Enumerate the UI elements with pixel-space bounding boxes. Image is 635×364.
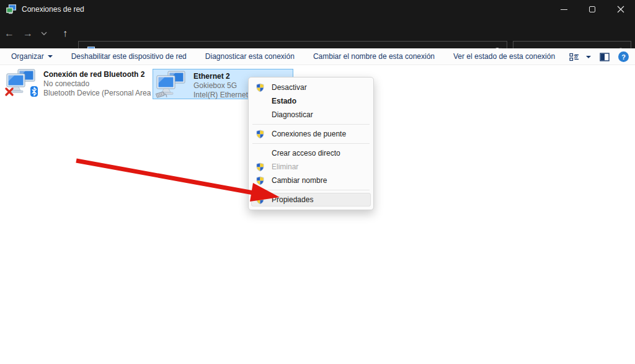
maximize-button[interactable] [578, 0, 606, 19]
navigation-row: ← → ↑ › Panel de control › Redes e Inter… [0, 19, 635, 48]
organize-menu-button[interactable]: Organizar [11, 52, 53, 61]
uac-shield-icon [255, 162, 265, 172]
uac-shield-icon [255, 176, 265, 185]
window-chrome: Conexiones de red ← → ↑ › Panel de contr… [0, 0, 635, 48]
menu-item-estado[interactable]: Estado [251, 94, 371, 108]
view-status-button[interactable]: Ver el estado de esta conexión [453, 52, 555, 61]
connection-status: No conectado [43, 79, 159, 89]
close-icon [617, 6, 624, 13]
connection-item-bluetooth[interactable]: Conexión de red Bluetooth 2 No conectado… [6, 69, 150, 101]
menu-item-crear-acceso-directo[interactable]: Crear acceso directo [251, 146, 371, 160]
connection-name: Conexión de red Bluetooth 2 [43, 70, 159, 79]
uac-shield-icon [255, 195, 265, 205]
up-button[interactable]: ↑ [56, 23, 74, 44]
menu-item-conexiones-de-puente[interactable]: Conexiones de puente [251, 127, 371, 141]
menu-item-desactivar[interactable]: Desactivar [251, 81, 371, 94]
command-bar: Organizar Deshabilitar este dispositivo … [0, 48, 635, 65]
menu-item-diagnosticar[interactable]: Diagnosticar [251, 108, 371, 122]
menu-item-eliminar-disabled: Eliminar [251, 160, 371, 174]
minimize-button[interactable] [549, 0, 578, 19]
help-button[interactable]: ? [618, 51, 629, 62]
menu-separator [252, 143, 370, 144]
uac-shield-icon [255, 83, 265, 92]
preview-pane-button[interactable] [600, 53, 610, 61]
maximize-icon [589, 6, 595, 12]
chevron-down-icon [41, 32, 47, 35]
app-icon [6, 4, 16, 14]
window-title: Conexiones de red [22, 5, 84, 14]
menu-separator [252, 190, 370, 190]
minimize-icon [561, 9, 567, 10]
bluetooth-icon [30, 86, 38, 97]
ethernet-plug-icon [155, 91, 167, 99]
change-view-button[interactable] [569, 53, 591, 61]
connection-device: Bluetooth Device (Personal Area ... [43, 89, 159, 98]
menu-item-propiedades[interactable]: Propiedades [251, 193, 371, 206]
caret-down-icon [48, 55, 53, 58]
organize-label: Organizar [11, 52, 44, 61]
uac-shield-icon [255, 130, 265, 139]
details-view-icon [569, 53, 579, 61]
diagnose-connection-button[interactable]: Diagnosticar esta conexión [205, 52, 295, 61]
close-button[interactable] [606, 0, 635, 19]
forward-button[interactable]: → [19, 23, 37, 44]
disable-device-button[interactable]: Deshabilitar este dispositivo de red [71, 52, 187, 61]
disconnected-x-icon [5, 87, 14, 96]
context-menu: Desactivar Estado Diagnosticar Conexione… [248, 77, 374, 210]
menu-item-cambiar-nombre[interactable]: Cambiar nombre [251, 174, 371, 187]
recent-pages-dropdown[interactable] [37, 23, 51, 44]
back-button[interactable]: ← [0, 23, 19, 44]
menu-separator [252, 124, 370, 125]
titlebar: Conexiones de red [0, 0, 635, 19]
caret-down-icon [586, 56, 591, 58]
rename-connection-button[interactable]: Cambiar el nombre de esta conexión [313, 52, 435, 61]
